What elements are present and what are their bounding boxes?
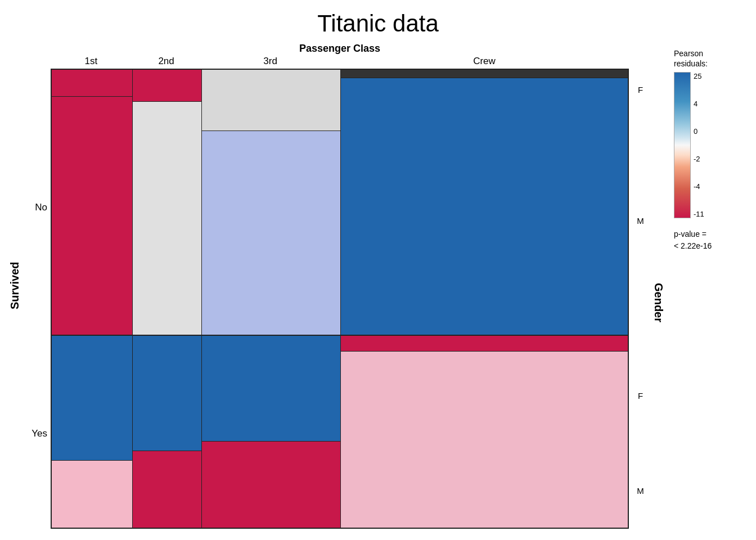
x-axis-class-labels: 1st 2nd 3rd Crew bbox=[51, 56, 629, 67]
class-3rd-label: 3rd bbox=[201, 56, 340, 67]
cell-2nd-no-m bbox=[133, 102, 202, 335]
col-crew-yes bbox=[341, 336, 628, 528]
gender-no-f-label: F bbox=[631, 76, 650, 103]
class-1st-label: 1st bbox=[51, 56, 132, 67]
survived-yes-label: Yes bbox=[24, 339, 51, 529]
cell-2nd-yes-m bbox=[133, 451, 202, 528]
col-crew-no bbox=[341, 70, 628, 335]
cell-3rd-no-f bbox=[202, 70, 340, 131]
gender-labels: F M F M bbox=[631, 43, 650, 529]
legend-tick-neg4: -4 bbox=[694, 182, 704, 191]
gender-no-m-label: M bbox=[631, 103, 650, 339]
gender-yes-f-label: F bbox=[631, 339, 650, 453]
class-crew-label: Crew bbox=[340, 56, 629, 67]
survived-no-label: No bbox=[24, 76, 51, 339]
chart-title: Titanic data bbox=[317, 10, 439, 37]
col-1st-yes bbox=[52, 336, 133, 528]
gender-yes-section: F M bbox=[631, 339, 650, 529]
mosaic-grid bbox=[51, 69, 629, 529]
legend-tick-4: 4 bbox=[694, 100, 704, 108]
right-axis-label: Gender bbox=[650, 43, 666, 529]
cell-1st-yes-f bbox=[52, 336, 132, 461]
cell-2nd-yes-f bbox=[133, 336, 202, 451]
cell-1st-no-f bbox=[52, 70, 132, 97]
gender-yes-m-label: M bbox=[631, 453, 650, 529]
class-2nd-label: 2nd bbox=[132, 56, 201, 67]
cell-1st-no-m bbox=[52, 97, 132, 335]
col-2nd-no bbox=[133, 70, 202, 335]
legend-bar-area: 25 4 0 -2 -4 -11 bbox=[674, 72, 745, 218]
col-1st-no bbox=[52, 70, 133, 335]
col-3rd-no bbox=[202, 70, 340, 335]
cell-2nd-no-f bbox=[133, 70, 202, 102]
cell-crew-no-f bbox=[341, 70, 628, 78]
legend: Pearsonresiduals: 25 4 0 -2 -4 -11 p-val… bbox=[666, 43, 745, 529]
survived-labels: No Yes bbox=[24, 43, 51, 529]
cell-3rd-yes-m bbox=[202, 442, 340, 528]
cell-crew-no-m bbox=[341, 78, 628, 335]
legend-tick-0: 0 bbox=[694, 127, 704, 136]
cell-crew-yes-f bbox=[341, 336, 628, 352]
col-2nd-yes bbox=[133, 336, 202, 528]
legend-tick-neg2: -2 bbox=[694, 155, 704, 163]
row-yes bbox=[52, 336, 628, 528]
legend-tick-neg11: -11 bbox=[694, 210, 704, 218]
y-axis-label: Survived bbox=[6, 43, 24, 529]
p-value: p-value =< 2.22e-16 bbox=[674, 228, 745, 252]
cell-1st-yes-m bbox=[52, 461, 132, 528]
legend-tick-25: 25 bbox=[694, 72, 704, 80]
col-3rd-yes bbox=[202, 336, 340, 528]
cell-crew-yes-m bbox=[341, 352, 628, 528]
main-plot: Passenger Class 1st 2nd 3rd Crew bbox=[51, 43, 629, 529]
row-no bbox=[52, 70, 628, 336]
gender-no-section: F M bbox=[631, 76, 650, 339]
x-axis-label: Passenger Class bbox=[51, 43, 629, 55]
cell-3rd-yes-f bbox=[202, 336, 340, 442]
legend-title: Pearsonresiduals: bbox=[674, 48, 745, 69]
legend-color-bar bbox=[674, 72, 691, 218]
cell-3rd-no-m bbox=[202, 131, 340, 335]
legend-ticks: 25 4 0 -2 -4 -11 bbox=[694, 72, 704, 218]
